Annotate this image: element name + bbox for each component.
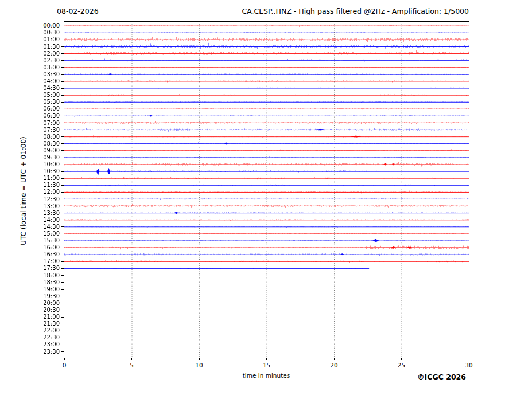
y-tick-label: 16:30 — [0, 251, 60, 257]
y-tick-mark — [61, 351, 64, 352]
y-tick-mark — [61, 60, 64, 61]
y-tick-mark — [61, 95, 64, 96]
y-tick-label: 22:30 — [0, 334, 60, 341]
x-tick-mark — [469, 358, 469, 360]
y-tick-label: 05:30 — [0, 99, 60, 105]
y-tick-label: 11:00 — [0, 175, 60, 181]
y-tick-mark — [61, 275, 64, 276]
y-tick-label: 13:00 — [0, 203, 60, 209]
y-tick-mark — [61, 289, 64, 290]
y-tick-label: 01:00 — [0, 36, 60, 42]
y-tick-label: 23:30 — [0, 349, 60, 355]
x-tick-mark — [64, 358, 65, 360]
y-tick-label: 12:00 — [0, 189, 60, 195]
y-tick-mark — [61, 165, 64, 165]
y-tick-label: 03:00 — [0, 64, 60, 71]
helicorder-page: 08-02-2026 CA.CESP..HNZ - High pass filt… — [0, 0, 532, 399]
y-tick-label: 13:30 — [0, 210, 60, 216]
y-tick-mark — [61, 241, 64, 241]
y-tick-label: 10:30 — [0, 168, 60, 174]
y-tick-mark — [61, 303, 64, 303]
y-tick-mark — [61, 67, 64, 68]
y-tick-mark — [61, 171, 64, 172]
y-tick-mark — [61, 324, 64, 324]
y-tick-mark — [61, 150, 64, 151]
y-tick-label: 06:00 — [0, 105, 60, 112]
y-tick-mark — [61, 123, 64, 123]
y-tick-label: 07:30 — [0, 127, 60, 133]
y-tick-mark — [61, 158, 64, 158]
y-tick-label: 07:00 — [0, 120, 60, 126]
y-tick-mark — [61, 102, 64, 103]
y-tick-mark — [61, 268, 64, 269]
x-tick-label: 20 — [324, 362, 344, 369]
y-tick-label: 15:00 — [0, 230, 60, 237]
y-tick-label: 17:30 — [0, 265, 60, 271]
y-tick-mark — [61, 40, 64, 40]
y-tick-label: 18:00 — [0, 272, 60, 279]
y-tick-mark — [61, 261, 64, 262]
y-tick-label: 06:30 — [0, 112, 60, 119]
y-tick-mark — [61, 234, 64, 234]
y-tick-mark — [61, 213, 64, 213]
y-tick-mark — [61, 317, 64, 318]
y-tick-label: 00:00 — [0, 22, 60, 29]
y-tick-mark — [61, 143, 64, 144]
x-tick-mark — [334, 358, 335, 360]
x-tick-label: 15 — [257, 362, 277, 369]
y-tick-label: 02:00 — [0, 50, 60, 57]
y-tick-label: 22:00 — [0, 327, 60, 334]
x-tick-mark — [401, 358, 402, 360]
y-tick-mark — [61, 88, 64, 89]
y-tick-mark — [61, 116, 64, 116]
y-tick-mark — [61, 255, 64, 255]
y-tick-label: 17:00 — [0, 258, 60, 264]
y-tick-mark — [61, 220, 64, 220]
x-tick-label: 5 — [122, 362, 142, 369]
y-tick-mark — [61, 109, 64, 109]
y-tick-label: 03:30 — [0, 71, 60, 77]
y-tick-mark — [61, 199, 64, 200]
y-tick-label: 02:30 — [0, 57, 60, 64]
y-tick-label: 04:00 — [0, 78, 60, 84]
y-tick-label: 19:00 — [0, 286, 60, 292]
y-tick-label: 08:30 — [0, 140, 60, 147]
y-tick-mark — [61, 81, 64, 82]
y-tick-label: 08:00 — [0, 134, 60, 140]
x-tick-label: 30 — [459, 362, 479, 369]
y-tick-label: 14:00 — [0, 217, 60, 223]
copyright-credit: ©ICGC 2026 — [417, 373, 466, 381]
y-tick-mark — [61, 185, 64, 186]
y-tick-mark — [61, 338, 64, 338]
y-tick-mark — [61, 136, 64, 137]
x-tick-label: 25 — [391, 362, 412, 369]
y-tick-label: 15:30 — [0, 237, 60, 244]
y-tick-mark — [61, 226, 64, 227]
y-tick-label: 21:00 — [0, 314, 60, 320]
y-tick-mark — [61, 248, 64, 248]
y-tick-mark — [61, 33, 64, 33]
y-tick-mark — [61, 296, 64, 296]
y-tick-label: 23:00 — [0, 341, 60, 347]
x-tick-mark — [266, 358, 267, 360]
date-label: 08-02-2026 — [57, 7, 99, 15]
y-tick-label: 12:30 — [0, 196, 60, 202]
y-tick-label: 18:30 — [0, 279, 60, 285]
y-tick-label: 14:30 — [0, 224, 60, 230]
y-tick-label: 10:00 — [0, 161, 60, 167]
x-tick-mark — [199, 358, 200, 360]
y-tick-label: 09:00 — [0, 147, 60, 154]
y-tick-mark — [61, 74, 64, 75]
y-tick-label: 16:00 — [0, 244, 60, 251]
y-tick-label: 20:30 — [0, 307, 60, 313]
y-tick-label: 01:30 — [0, 44, 60, 50]
y-tick-mark — [61, 53, 64, 54]
y-tick-label: 00:30 — [0, 29, 60, 36]
y-tick-label: 04:30 — [0, 85, 60, 91]
y-tick-mark — [61, 310, 64, 310]
y-tick-mark — [61, 26, 64, 26]
y-tick-mark — [61, 46, 64, 47]
plot-title: CA.CESP..HNZ - High pass filtered @2Hz -… — [242, 7, 469, 15]
y-tick-label: 09:30 — [0, 154, 60, 161]
x-tick-mark — [131, 358, 132, 360]
